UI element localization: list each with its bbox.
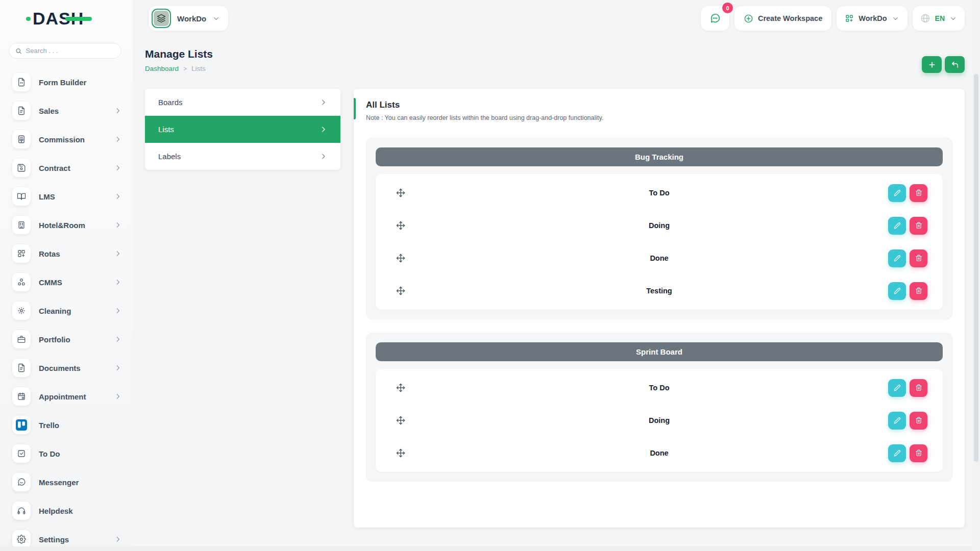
delete-list-button[interactable] [910, 184, 927, 202]
board-lists-card: To DoDoingDone [376, 369, 943, 472]
sidebar-item-appointment[interactable]: Appointment [0, 382, 133, 411]
row-actions [888, 444, 927, 462]
sidebar-icon-tile [12, 387, 31, 406]
edit-list-button[interactable] [888, 184, 906, 202]
sidebar-item-trello[interactable]: Trello [0, 411, 133, 439]
logo-accent-dot [26, 17, 31, 21]
vertical-scrollbar[interactable] [972, 0, 980, 551]
language-selector[interactable]: EN [913, 6, 965, 31]
pencil-icon [894, 384, 901, 391]
drag-handle-icon[interactable] [396, 188, 405, 197]
gear-icon [17, 535, 26, 544]
sidebar: DASH Form BuilderSalesCommissionContract… [0, 0, 133, 551]
save-icon [17, 163, 26, 172]
sidebar-item-hotel-room[interactable]: Hotel&Room [0, 211, 133, 239]
chevron-right-icon [114, 136, 121, 143]
sidebar-icon-tile [12, 187, 31, 206]
menu-item-labels[interactable]: Labels [145, 143, 340, 170]
edit-list-button[interactable] [888, 217, 906, 235]
drag-handle-icon[interactable] [396, 416, 405, 425]
sidebar-item-commission[interactable]: Commission [0, 125, 133, 154]
sidebar-item-rotas[interactable]: Rotas [0, 239, 133, 268]
vertical-scrollbar-thumb[interactable] [974, 74, 978, 462]
edit-list-button[interactable] [888, 412, 906, 430]
sidebar-item-contract[interactable]: Contract [0, 154, 133, 182]
chevron-right-icon [114, 164, 121, 171]
grid-plus-icon [845, 14, 854, 23]
edit-list-button[interactable] [888, 444, 906, 462]
drag-handle-icon[interactable] [396, 448, 405, 458]
sidebar-item-form-builder[interactable]: Form Builder [0, 68, 133, 96]
horizontal-scrollbar[interactable] [0, 546, 980, 551]
list-name: To Do [376, 384, 943, 392]
sidebar-item-lms[interactable]: LMS [0, 182, 133, 211]
delete-list-button[interactable] [910, 217, 927, 235]
board-lists-card: To DoDoingDoneTesting [376, 174, 943, 310]
sidebar-item-to-do[interactable]: To Do [0, 439, 133, 468]
chevron-right-icon [114, 250, 121, 257]
delete-list-button[interactable] [910, 379, 927, 397]
delete-list-button[interactable] [910, 412, 927, 430]
drag-handle-icon[interactable] [396, 286, 405, 295]
sidebar-icon-tile [12, 244, 31, 263]
sidebar-item-label: Sales [39, 107, 59, 115]
back-button[interactable] [945, 56, 965, 73]
sidebar-item-portfolio[interactable]: Portfolio [0, 325, 133, 354]
message-icon [17, 478, 26, 487]
sidebar-item-helpdesk[interactable]: Helpdesk [0, 496, 133, 525]
workspace-avatar [152, 9, 171, 28]
sidebar-item-documents[interactable]: Documents [0, 354, 133, 382]
workspace-name: WorkDo [177, 14, 206, 23]
sidebar-item-cleaning[interactable]: Cleaning [0, 296, 133, 325]
sidebar-icon-tile [12, 273, 31, 291]
menu-item-lists[interactable]: Lists [145, 116, 340, 143]
drag-handle-icon[interactable] [396, 221, 405, 230]
menu-item-label: Lists [158, 125, 174, 134]
edit-list-button[interactable] [888, 249, 906, 267]
delete-list-button[interactable] [910, 444, 927, 462]
delete-list-button[interactable] [910, 249, 927, 267]
list-row: Done [376, 242, 943, 274]
sidebar-search[interactable] [9, 43, 121, 59]
list-name: Done [376, 449, 943, 457]
create-workspace-button[interactable]: Create Workspace [734, 6, 831, 31]
sidebar-item-label: Portfolio [39, 335, 70, 344]
list-row: Done [376, 437, 943, 469]
app-switcher[interactable]: WorkDo [837, 6, 907, 31]
sidebar-item-messenger[interactable]: Messenger [0, 468, 133, 496]
check-square-icon [17, 449, 26, 458]
workspace-selector[interactable]: WorkDo [149, 6, 228, 31]
messages-button[interactable]: 0 [701, 6, 729, 31]
edit-list-button[interactable] [888, 282, 906, 300]
chevron-right-icon [114, 364, 121, 371]
menu-item-boards[interactable]: Boards [145, 89, 340, 116]
add-button[interactable] [922, 56, 942, 73]
sidebar-icon-tile [12, 530, 31, 548]
drag-handle-icon[interactable] [396, 254, 405, 263]
briefcase-icon [17, 335, 26, 344]
drag-handle-icon[interactable] [396, 383, 405, 392]
breadcrumb-dashboard-link[interactable]: Dashboard [145, 65, 179, 72]
sidebar-item-label: Form Builder [39, 78, 86, 87]
trash-icon [915, 384, 922, 391]
search-input[interactable] [26, 47, 115, 55]
panel-accent-bar [354, 98, 356, 119]
chevron-down-icon [892, 15, 899, 22]
globe-icon [920, 13, 930, 23]
edit-list-button[interactable] [888, 379, 906, 397]
trello-icon [16, 419, 27, 431]
list-name: Testing [376, 287, 943, 295]
list-name: Done [376, 254, 943, 262]
chevron-right-icon [114, 307, 121, 314]
row-actions [888, 217, 927, 235]
main-content: Manage Lists Dashboard > Lists BoardsLis… [133, 37, 965, 528]
logo-accent-dash [65, 17, 92, 21]
sidebar-item-sales[interactable]: Sales [0, 96, 133, 125]
sidebar-item-label: LMS [39, 192, 55, 201]
menu-item-label: Boards [158, 98, 183, 107]
delete-list-button[interactable] [910, 282, 927, 300]
trash-icon [915, 449, 922, 457]
sidebar-item-cmms[interactable]: CMMS [0, 268, 133, 296]
sidebar-item-label: To Do [39, 449, 60, 458]
page-title: Manage Lists [145, 48, 965, 60]
